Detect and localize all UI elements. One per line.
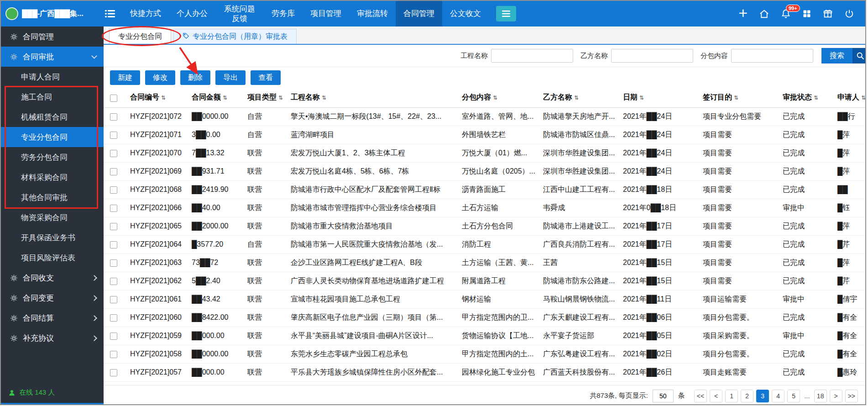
notification-bell-icon[interactable]: 99+ <box>781 9 791 19</box>
row-checkbox[interactable] <box>110 278 117 285</box>
sidebar-item[interactable]: 物资采购合同 <box>1 207 104 227</box>
sidebar-item[interactable]: 合同变更 <box>1 288 104 308</box>
row-checkbox[interactable] <box>110 314 117 322</box>
sidebar-item[interactable]: 补充协议 <box>1 328 104 348</box>
table-row[interactable]: HYZF[2021]0707██13.32联营宏发万悦山大厦1、2、3栋主体工程… <box>104 144 865 162</box>
table-row[interactable]: HYZF[2021]058██0000.00联营东莞水乡生态零碳产业园工程总承包… <box>104 345 865 363</box>
column-header[interactable]: 申请人⇅ <box>834 88 865 107</box>
row-checkbox[interactable] <box>110 241 117 248</box>
sidebar-item[interactable]: 其他合同审批 <box>1 187 104 207</box>
pagination-first-button[interactable]: << <box>694 390 707 402</box>
table-row[interactable]: HYZF[2021]068██2419.90联营防城港市行政中心区配水厂及配套管… <box>104 180 865 199</box>
table-row[interactable]: HYZF[2021]059██000.00联营永平县“美丽县城”建设项目-曲硐A… <box>104 327 865 345</box>
sidebar-toggle-icon[interactable] <box>98 1 122 26</box>
view-button[interactable]: 查看 <box>251 70 281 85</box>
delete-button[interactable]: 删除 <box>180 70 210 85</box>
pagination-page-button[interactable]: 4 <box>772 390 784 402</box>
row-checkbox[interactable] <box>110 150 117 157</box>
search-input[interactable] <box>491 49 573 63</box>
column-header[interactable]: 合同编号⇅ <box>126 88 188 107</box>
cell-party-b: 广西蓝天科技股份有... <box>539 363 619 381</box>
search-input[interactable] <box>611 49 693 63</box>
search-input[interactable] <box>731 49 813 63</box>
table-row[interactable]: HYZF[2021]065██2000.00联营防城港市重大疫情救治基地项目土石… <box>104 217 865 235</box>
table-row[interactable]: HYZF[2021]066██40.00联营防城港市城市管理指挥中心营业务综合楼… <box>104 199 865 217</box>
row-checkbox[interactable] <box>110 223 117 230</box>
top-nav-item[interactable]: 合同管理 <box>396 1 442 26</box>
top-nav-item[interactable]: 快捷方式 <box>122 1 169 26</box>
page-size-input[interactable] <box>653 390 674 402</box>
tab-item[interactable]: 专业分包合同 <box>109 29 171 44</box>
more-menus-button[interactable] <box>496 6 516 21</box>
pagination-page-button[interactable]: 5 <box>787 390 800 402</box>
pagination-page-button[interactable]: 18 <box>814 390 827 402</box>
apps-grid-icon[interactable] <box>802 9 811 18</box>
search-icon[interactable] <box>852 48 865 63</box>
sidebar-item[interactable]: 机械租赁合同 <box>1 107 104 127</box>
sidebar-item[interactable]: 申请人合同 <box>1 67 104 87</box>
new-button[interactable]: 新建 <box>110 70 140 85</box>
table-row[interactable]: HYZF[2021]069██931.71联营宏发万悦山名庭4栋、5栋、6栋、7… <box>104 162 865 180</box>
sidebar-item[interactable]: 合同结算 <box>1 308 104 328</box>
table-row[interactable]: HYZF[2021]064█3577.20自营防城港市第一人民医院重大疫情救治基… <box>104 235 865 254</box>
pagination-last-button[interactable]: >> <box>845 390 858 402</box>
pagination-page-button[interactable]: 1 <box>725 390 738 402</box>
row-checkbox[interactable] <box>110 333 117 340</box>
column-header[interactable]: 审批状态⇅ <box>779 88 834 107</box>
sidebar-scrollbar[interactable] <box>1 403 104 405</box>
top-nav-item[interactable]: 系统问题反馈 <box>215 1 264 26</box>
column-header[interactable]: 签订目的⇅ <box>699 88 779 107</box>
top-nav-item[interactable]: 劳务库 <box>264 1 303 26</box>
top-nav-item[interactable]: 公文收文 <box>442 1 489 26</box>
column-header[interactable]: 合同金额⇅ <box>188 88 244 107</box>
table-row[interactable]: HYZF[2021]06373██72联营企沙工业区路网工程E线扩建工程A、B段… <box>104 254 865 272</box>
sidebar-item[interactable]: 项目风险评估表 <box>1 248 104 268</box>
top-nav-item[interactable]: 审批流转 <box>349 1 396 26</box>
table-row[interactable]: HYZF[2021]060██8422.00联营肇庆高新区电子信息产业园（三期）… <box>104 308 865 327</box>
export-button[interactable]: 导出 <box>215 70 246 85</box>
tab-active[interactable]: 专业分包合同（用章）审批表 <box>173 29 297 44</box>
power-icon[interactable] <box>844 9 854 19</box>
top-nav-item[interactable]: 项目管理 <box>303 1 349 26</box>
table-row[interactable]: HYZF[2021]057██000.00联营平乐县大芳瑶族乡城镇保障性住房小区… <box>104 363 865 381</box>
sidebar-item[interactable]: 开具保函业务书 <box>1 227 104 248</box>
row-checkbox[interactable] <box>110 186 117 194</box>
pagination-page-button[interactable]: 2 <box>741 390 753 402</box>
sidebar-item[interactable]: 专业分包合同 <box>1 127 104 147</box>
pagination-page-button[interactable]: 3 <box>756 390 769 402</box>
column-header[interactable]: 分包内容⇅ <box>458 88 539 107</box>
sidebar-item[interactable]: 劳务分包合同 <box>1 147 104 167</box>
row-checkbox[interactable] <box>110 351 117 358</box>
sidebar-item[interactable]: 合同审批 <box>1 47 104 67</box>
plus-icon[interactable]: + <box>738 7 748 21</box>
row-checkbox[interactable] <box>110 369 117 376</box>
search-button[interactable]: 搜索 <box>821 48 852 63</box>
table-row[interactable]: HYZF[2021]0713██0.00自营蓝湾湖畔项目外围墙铁艺栏防城港市防城… <box>104 126 865 144</box>
row-checkbox[interactable] <box>110 168 117 175</box>
cell-purpose: 项目需要 <box>699 162 779 180</box>
select-all-checkbox[interactable] <box>110 95 117 102</box>
table-row[interactable]: HYZF[2021]072██0000.00自营擎天•海澳城二期一标段(13#、… <box>104 107 865 126</box>
sidebar-item[interactable]: 合同收支 <box>1 268 104 288</box>
sidebar-item[interactable]: 合同管理 <box>1 26 104 47</box>
sidebar-item[interactable]: 材料采购合同 <box>1 167 104 187</box>
row-checkbox[interactable] <box>110 132 117 139</box>
pagination-next-button[interactable]: > <box>830 390 842 402</box>
row-checkbox[interactable] <box>110 205 117 212</box>
pagination-prev-button[interactable]: < <box>710 390 722 402</box>
edit-button[interactable]: 修改 <box>145 70 175 85</box>
sidebar-item[interactable]: 施工合同 <box>1 87 104 107</box>
column-header[interactable]: 工程名称⇅ <box>287 88 458 107</box>
sidebar-item-label: 其他合同审批 <box>21 192 96 203</box>
top-nav-item[interactable]: 个人办公 <box>169 1 215 26</box>
row-checkbox[interactable] <box>110 259 117 267</box>
column-header[interactable]: 日期⇅ <box>619 88 699 107</box>
table-row[interactable]: HYZF[2021]061██43.42联营宣城市桂花园项目施工总承包工程钢材运… <box>104 290 865 308</box>
home-icon[interactable] <box>759 9 769 19</box>
column-header[interactable]: 项目类型⇅ <box>244 88 287 107</box>
column-header[interactable]: 乙方名称⇅ <box>539 88 619 107</box>
table-row[interactable]: HYZF[2021]0625██2.40联营广西非人灵长类动物保育基地进场道路扩… <box>104 272 865 290</box>
row-checkbox[interactable] <box>110 296 117 303</box>
row-checkbox[interactable] <box>110 113 117 121</box>
gift-icon[interactable] <box>823 9 833 19</box>
